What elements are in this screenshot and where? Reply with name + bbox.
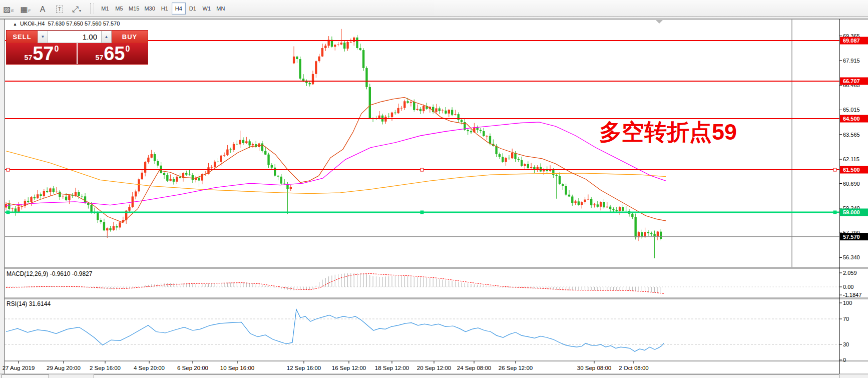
- candle: [34, 197, 36, 199]
- one-click-trading-widget: SELL ▼ ▲ BUY 57 57 0 57 65 0: [6, 30, 148, 65]
- candle: [454, 114, 456, 115]
- candle: [296, 57, 298, 59]
- price-badge-label: 64.500: [843, 116, 860, 122]
- line-handle[interactable]: [833, 211, 836, 214]
- candle: [239, 140, 241, 144]
- date-axis-label: 24 Sep 08:00: [457, 365, 491, 371]
- grid-icon[interactable]: ▦ F: [18, 2, 34, 15]
- candle: [593, 204, 595, 205]
- candle: [173, 179, 175, 182]
- candle: [568, 195, 570, 197]
- candle: [486, 136, 488, 137]
- chart-tab[interactable]: [94, 374, 839, 378]
- chevron-down-icon: ▾: [79, 9, 81, 13]
- indicators-icon[interactable]: ▨ E: [1, 2, 17, 15]
- macd-pane: [5, 269, 839, 298]
- date-axis-label: 4 Sep 20:00: [134, 365, 165, 371]
- sell-button[interactable]: SELL: [7, 31, 38, 43]
- candle: [163, 173, 165, 175]
- line-handle[interactable]: [420, 211, 423, 214]
- candle: [511, 153, 513, 159]
- price-axis-label: 60.690: [843, 181, 860, 187]
- buy-button[interactable]: BUY: [112, 31, 148, 43]
- macd-axis-label: 2.059: [843, 270, 857, 276]
- candle: [198, 178, 200, 181]
- trading-terminal-window: ▨ E ▦ F A T ⤢ ▾ M1 M5 M15 M30 H1 H4 D1 W…: [0, 0, 868, 378]
- candle: [394, 113, 396, 113]
- candle: [233, 144, 235, 150]
- candle: [65, 197, 67, 200]
- volume-up-button[interactable]: ▲: [101, 31, 112, 43]
- candle: [324, 46, 326, 48]
- candle: [397, 108, 399, 113]
- candle: [530, 167, 532, 168]
- candle: [128, 207, 130, 211]
- volume-input[interactable]: [48, 31, 101, 43]
- candle: [293, 57, 295, 64]
- candle: [489, 136, 491, 144]
- line-handle[interactable]: [420, 168, 423, 171]
- collapse-arrow-icon[interactable]: ▲: [13, 22, 17, 27]
- tf-button-m30[interactable]: M30: [142, 3, 157, 15]
- tf-button-m5[interactable]: M5: [112, 3, 126, 15]
- candle: [261, 143, 263, 151]
- candle: [109, 228, 111, 230]
- text-box-icon[interactable]: T: [52, 2, 68, 15]
- price-badge-label: 66.707: [843, 78, 860, 84]
- candle: [400, 108, 402, 109]
- tf-button-h1[interactable]: H1: [158, 3, 172, 15]
- macd-indicator-label: MACD(12,26,9) -0.9610 -0.9827: [7, 270, 92, 277]
- candle: [106, 228, 108, 230]
- candle: [445, 111, 447, 114]
- volume-down-button[interactable]: ▼: [38, 31, 48, 43]
- chart-tab[interactable]: [2, 374, 49, 378]
- text-label-icon[interactable]: A: [35, 2, 51, 15]
- candle: [157, 161, 159, 165]
- candle: [337, 45, 339, 45]
- date-axis-label: 10 Sep 16:00: [220, 365, 254, 371]
- candle: [116, 226, 118, 228]
- candle: [359, 48, 361, 50]
- candle: [565, 186, 567, 195]
- candle: [524, 164, 526, 166]
- line-handle[interactable]: [7, 211, 10, 214]
- candle: [141, 173, 143, 179]
- date-axis-label: 30 Sep 08:00: [577, 365, 611, 371]
- candle: [144, 162, 146, 173]
- candle: [113, 226, 115, 230]
- chart-text-annotation[interactable]: 多空转折点59: [599, 117, 737, 147]
- candle: [518, 159, 520, 160]
- candle: [223, 155, 225, 156]
- candle: [600, 202, 602, 207]
- line-handle[interactable]: [833, 168, 836, 171]
- tf-button-m15[interactable]: M15: [126, 3, 142, 15]
- candle: [283, 184, 285, 184]
- tf-button-w1[interactable]: W1: [200, 3, 214, 15]
- tf-button-m1[interactable]: M1: [98, 3, 112, 15]
- candle: [559, 176, 561, 184]
- candle: [467, 130, 469, 132]
- tf-button-mn[interactable]: MN: [214, 3, 228, 15]
- candle: [609, 207, 611, 209]
- sell-price-panel[interactable]: 57 57 0: [7, 43, 77, 64]
- candle: [578, 201, 580, 205]
- candle: [590, 199, 592, 205]
- candle: [56, 192, 58, 192]
- toolbar: ▨ E ▦ F A T ⤢ ▾ M1 M5 M15 M30 H1 H4 D1 W…: [0, 0, 868, 17]
- candle: [435, 108, 437, 112]
- tf-button-d1[interactable]: D1: [186, 3, 200, 15]
- tf-button-h4[interactable]: H4: [172, 3, 186, 15]
- price-badge-label: 57.570: [843, 234, 860, 240]
- rsi-axis-label: 0: [843, 357, 846, 363]
- date-axis-label: 27 Aug 2019: [3, 365, 35, 371]
- line-handle[interactable]: [7, 168, 10, 171]
- candle: [480, 130, 482, 131]
- price-badge-label: 59.000: [843, 209, 860, 215]
- candle: [97, 213, 99, 220]
- buy-price-panel[interactable]: 57 65 0: [78, 43, 148, 64]
- candle: [502, 157, 504, 162]
- date-axis-label: 2 Oct 08:00: [619, 365, 648, 371]
- candle: [119, 222, 121, 227]
- candle: [280, 177, 282, 184]
- objects-dropdown-icon[interactable]: ⤢ ▾: [69, 2, 85, 15]
